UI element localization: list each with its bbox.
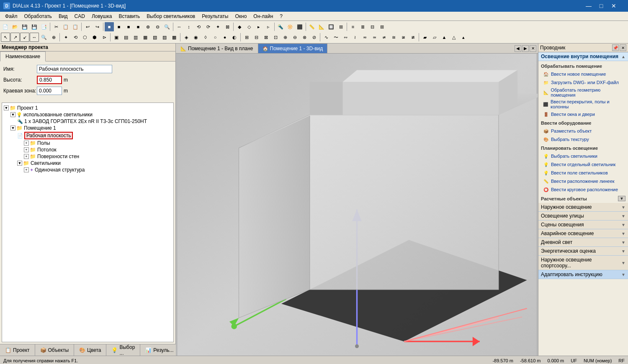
tree-used-lights[interactable]: ▼ 💡 использованные светильники [10,111,172,118]
tree-walls[interactable]: + 📁 Поверхности стен [24,153,172,160]
link-windows-doors[interactable]: 🚪 Ввести окна и двери [541,110,625,118]
section-indoor-header[interactable]: Освещение внутри помещения ▲ [538,52,628,61]
tree-ceiling[interactable]: + 📁 Потолок [24,146,172,153]
tb-e2[interactable]: 🔆 [286,22,295,31]
tb-b2[interactable]: ■ [114,22,124,31]
tb2-f10[interactable]: ≇ [408,33,417,42]
outer-close-button[interactable]: ✕ [608,2,620,10]
tb-open[interactable]: 📂 [10,22,20,31]
tb-d4[interactable]: ▹ [264,22,273,31]
border-input[interactable] [37,87,62,95]
tb2-e3[interactable]: ⊠ [261,33,270,42]
bottom-tab-project[interactable]: 📋 Проект [0,344,35,356]
menu-trap[interactable]: Ловушка [88,13,115,20]
menu-edit[interactable]: Обработать [21,13,55,20]
tb-b3[interactable]: ■ [124,22,133,31]
vp-prev-button[interactable]: ◀ [515,45,521,52]
bottom-tab-objects[interactable]: 📦 Объекты [35,344,75,356]
tb2-c3[interactable]: ▥ [131,33,140,42]
tb-f3[interactable]: 🔲 [327,22,336,31]
link-ceilings-floors[interactable]: ⬛ Ввести перекрытия, полы и колонны [541,98,625,110]
tb2-e2[interactable]: ⊟ [252,33,261,42]
tb2-a4[interactable]: ↔ [30,33,39,42]
tb2-c5[interactable]: ▧ [150,33,160,42]
link-place-object[interactable]: 📦 Разместить объект [541,127,625,135]
tb2-d5[interactable]: ● [220,33,229,42]
vp-next-button[interactable]: ▶ [522,45,529,52]
tb2-g5[interactable]: ▴ [459,33,468,42]
tb-c2[interactable]: ↕ [184,22,193,31]
menu-view[interactable]: Вид [55,13,71,20]
tb2-d1[interactable]: ◈ [182,33,191,42]
menu-online[interactable]: Он-лайн [250,13,276,20]
tb2-a5[interactable]: 🔍 [39,33,49,42]
tb-d1[interactable]: ◆ [235,22,244,31]
section-energy[interactable]: Энергетическая оценка ▼ [538,247,628,256]
tb2-a3[interactable]: ↙ [20,33,29,42]
tb-save2[interactable]: 💾 [30,22,39,31]
section-daylight[interactable]: Дневной свет ▼ [538,238,628,247]
tb2-f7[interactable]: ≄ [379,33,389,42]
tb2-d6[interactable]: ◐ [230,33,239,42]
link-light-field[interactable]: 💡 Ввести поле светильников [541,169,625,177]
tb2-c2[interactable]: ▤ [121,33,131,42]
tb-c1[interactable]: ↔ [175,22,184,31]
tree-workplane[interactable]: 📄 Рабочая плоскость [17,131,172,140]
link-line-arrangement[interactable]: 📏 Ввести расположение линеек [541,177,625,185]
tb-b6[interactable]: ⊖ [153,22,162,31]
tb-copy[interactable]: 📋 [61,22,70,31]
tb-b7[interactable]: 🔍 [162,22,172,31]
menu-results[interactable]: Результаты [198,13,232,20]
tb2-d2[interactable]: ◉ [191,33,201,42]
tb2-a6[interactable]: ⊕ [49,33,58,42]
tb-e3[interactable]: ⬛ [295,22,304,31]
height-input[interactable] [37,76,62,84]
tb-d2[interactable]: ◇ [245,22,254,31]
tb2-f3[interactable]: ∾ [341,33,350,42]
menu-cad[interactable]: CAD [71,13,88,20]
tab-name[interactable]: Наименование [0,51,46,62]
tb-save[interactable]: 💾 [20,22,29,31]
tb-paste[interactable]: 📋 [71,22,80,31]
tb2-f8[interactable]: ≅ [389,33,398,42]
vtab-plan[interactable]: 📐 Помещение 1 - Вид в плане [176,44,258,53]
tree-floors[interactable]: + 📁 Полы [24,140,172,146]
tb2-g2[interactable]: ▱ [430,33,439,42]
section-emergency[interactable]: Аварийное освещение ▼ [538,229,628,238]
menu-file[interactable]: Файл [2,13,21,20]
menu-lights[interactable]: Выбор светильников [143,13,198,20]
outer-maximize-button[interactable]: □ [595,2,607,10]
tb-redo[interactable]: ↪ [93,22,102,31]
tb2-c1[interactable]: ▣ [112,33,121,42]
link-load-dwg[interactable]: 📁 Загрузить DWG- или DXF-файл [541,78,625,87]
section-scenes[interactable]: Сцены освещения ▼ [538,220,628,229]
right-panel-pin-button[interactable]: 📌 [612,44,619,51]
tb-cut[interactable]: ✂ [51,22,61,31]
tb2-c4[interactable]: ▦ [141,33,150,42]
tb2-a2[interactable]: ↗ [10,33,20,42]
right-panel-close-button[interactable]: ✕ [620,44,626,51]
tb2-b5[interactable]: ⊳ [100,33,109,42]
outer-minimize-button[interactable]: — [583,2,595,10]
link-edit-geometry[interactable]: 📐 Обработать геометрию помещения [541,87,625,98]
tree-room1[interactable]: ▼ 📁 Помещение 1 [10,125,172,131]
tb2-c6[interactable]: ▨ [160,33,169,42]
tb2-e5[interactable]: ⊕ [281,33,290,42]
tb2-f5[interactable]: ≂ [360,33,369,42]
tb2-f6[interactable]: ≃ [370,33,379,42]
tb2-g1[interactable]: ▰ [420,33,430,42]
tb-c3[interactable]: ⟲ [194,22,203,31]
menu-help[interactable]: ? [276,13,286,20]
tree-lamp1[interactable]: 🔦 1 x ЗАВОД ГОРЭЛТЕХ 2Ex nR II Т3-Зс СГП… [17,118,172,125]
menu-window[interactable]: Окно [232,13,250,20]
tb-pdf[interactable]: 📑 [39,22,49,31]
tb2-d4[interactable]: ○ [211,33,220,42]
tb2-b3[interactable]: ⬡ [80,33,90,42]
section-outdoor[interactable]: Наружное освещение ▼ [538,203,628,212]
tb-c4[interactable]: ⟳ [203,22,213,31]
tb2-b4[interactable]: ⬢ [90,33,99,42]
link-new-room[interactable]: 🏠 Ввести новое помещение [541,70,625,78]
menu-insert[interactable]: Вставить [115,13,143,20]
tb-g1[interactable]: ≡ [348,22,358,31]
tb2-b2[interactable]: ⟲ [71,33,80,42]
